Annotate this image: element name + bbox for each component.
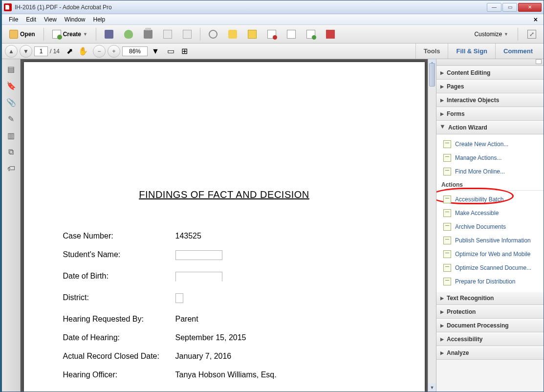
- folder-icon: [9, 30, 18, 39]
- prev-page-button[interactable]: ▲: [5, 45, 18, 58]
- tags-icon[interactable]: 🏷: [6, 164, 16, 174]
- action-item[interactable]: Publish Sensitive Information: [436, 234, 544, 247]
- panel-section-header[interactable]: ▶Text Recognition: [436, 291, 544, 305]
- remove-button[interactable]: [263, 27, 281, 41]
- menu-view[interactable]: View: [40, 15, 61, 24]
- app-icon: [4, 3, 12, 11]
- next-page-button[interactable]: ▼: [20, 45, 32, 58]
- action-label: Find More Online...: [455, 168, 505, 175]
- edit-button[interactable]: [159, 27, 176, 41]
- panel-section-header[interactable]: ▶Document Processing: [436, 319, 544, 332]
- panel-section-header[interactable]: ▶Content Editing: [436, 66, 544, 80]
- panel-section-header[interactable]: ▶Forms: [436, 107, 544, 121]
- thumbnails-icon[interactable]: ▤: [6, 64, 16, 74]
- field-label: Student's Name:: [63, 250, 175, 262]
- tools-panel: ▶Content Editing▶Pages▶Interactive Objec…: [436, 59, 544, 392]
- action-icon: [443, 278, 451, 285]
- close-doc-button[interactable]: ×: [531, 16, 541, 23]
- document-heading: FINDINGS OF FACT AND DECISION: [63, 189, 386, 200]
- redacted-box: [175, 250, 222, 260]
- chevron-down-icon[interactable]: ▼: [150, 47, 161, 56]
- select-tool-button[interactable]: ⬈: [64, 45, 75, 57]
- close-window-button[interactable]: ✕: [518, 3, 542, 12]
- action-label: Make Accessible: [455, 210, 499, 217]
- document-icon: [287, 30, 296, 39]
- section-title: Content Editing: [447, 69, 490, 76]
- action-icon: [443, 237, 451, 244]
- cloud-button[interactable]: [120, 27, 137, 41]
- wizard-action-item[interactable]: Create New Action...: [436, 137, 544, 151]
- comment-bubble-button[interactable]: [224, 27, 241, 41]
- flag-button[interactable]: [322, 27, 339, 41]
- order-icon[interactable]: ⧉: [6, 147, 16, 157]
- menu-edit[interactable]: Edit: [22, 15, 40, 24]
- panel-section-header[interactable]: ▶Accessibility: [436, 332, 544, 346]
- panel-section-header[interactable]: ▶Interactive Objects: [436, 93, 544, 107]
- zoom-level-input[interactable]: [122, 46, 148, 56]
- fit-width-button[interactable]: ⊞: [179, 45, 191, 57]
- action-item[interactable]: Optimize for Web and Mobile: [436, 247, 544, 261]
- fill-sign-tab[interactable]: Fill & Sign: [448, 44, 495, 59]
- doc-button[interactable]: [283, 27, 300, 41]
- menu-file[interactable]: File: [5, 15, 22, 24]
- menu-help[interactable]: Help: [89, 15, 109, 24]
- signatures-icon[interactable]: ✎: [6, 114, 16, 124]
- highlight-button[interactable]: [243, 27, 261, 41]
- action-label: Prepare for Distribution: [455, 278, 515, 285]
- minimize-button[interactable]: —: [487, 3, 501, 12]
- comment-tab[interactable]: Comment: [495, 44, 541, 59]
- action-item[interactable]: Archive Documents: [436, 220, 544, 234]
- settings-button[interactable]: [204, 27, 222, 41]
- print-button[interactable]: [139, 27, 157, 41]
- bookmarks-icon[interactable]: 🔖: [6, 81, 16, 90]
- panel-section-header[interactable]: ▶Pages: [436, 80, 544, 93]
- layers-icon[interactable]: ▥: [6, 131, 16, 140]
- cloud-icon: [124, 30, 133, 39]
- fullscreen-button[interactable]: [523, 27, 541, 41]
- email-button[interactable]: [178, 27, 196, 41]
- create-button[interactable]: Create ▼: [48, 27, 92, 41]
- zoom-out-button[interactable]: −: [93, 45, 106, 58]
- menu-window[interactable]: Window: [61, 15, 89, 24]
- panel-grip[interactable]: [436, 59, 544, 66]
- field-label: Date of Birth:: [63, 272, 175, 283]
- section-title: Protection: [447, 308, 476, 315]
- section-title: Document Processing: [447, 322, 509, 329]
- maximize-button[interactable]: ▭: [502, 3, 517, 12]
- vertical-scrollbar[interactable]: ▲ ▼: [428, 59, 436, 392]
- attachments-icon[interactable]: 📎: [6, 97, 16, 107]
- section-title: Accessibility: [447, 336, 482, 343]
- redacted-box: [175, 272, 222, 282]
- wizard-action-item[interactable]: Find More Online...: [436, 165, 544, 178]
- action-icon: [443, 168, 451, 175]
- save-button[interactable]: [100, 27, 118, 41]
- action-item[interactable]: Make Accessible: [436, 206, 544, 220]
- scroll-thumb[interactable]: [429, 63, 435, 87]
- fit-page-button[interactable]: ▭: [165, 45, 177, 57]
- panel-section-header[interactable]: ▶Protection: [436, 305, 544, 319]
- wizard-action-item[interactable]: Manage Actions...: [436, 151, 544, 165]
- export-button[interactable]: [302, 27, 320, 41]
- section-title: Forms: [447, 110, 465, 117]
- document-viewport[interactable]: FINDINGS OF FACT AND DECISION Case Numbe…: [21, 59, 428, 392]
- open-button[interactable]: Open: [5, 27, 40, 41]
- section-title: Interactive Objects: [447, 97, 499, 104]
- customize-button[interactable]: Customize ▼: [470, 27, 513, 41]
- page-number-input[interactable]: [34, 46, 48, 56]
- hand-tool-button[interactable]: ✋: [77, 45, 89, 57]
- document-row: Student's Name:: [63, 250, 386, 262]
- scroll-down-arrow[interactable]: ▼: [428, 384, 436, 392]
- action-wizard-header[interactable]: ▶ Action Wizard: [436, 121, 544, 134]
- hand-icon: ✋: [78, 46, 88, 56]
- action-icon: [443, 154, 451, 162]
- speech-bubble-icon: [228, 30, 237, 39]
- action-item[interactable]: Optimize Scanned Docume...: [436, 261, 544, 275]
- triangle-right-icon: ▶: [440, 296, 444, 301]
- action-item[interactable]: Accessibility Batch: [436, 193, 544, 206]
- zoom-in-button[interactable]: +: [108, 45, 120, 58]
- field-value: [175, 293, 183, 305]
- panel-section-header[interactable]: ▶Analyze: [436, 346, 544, 360]
- action-item[interactable]: Prepare for Distribution: [436, 275, 544, 288]
- tools-tab[interactable]: Tools: [415, 44, 448, 59]
- highlight-icon: [248, 30, 257, 39]
